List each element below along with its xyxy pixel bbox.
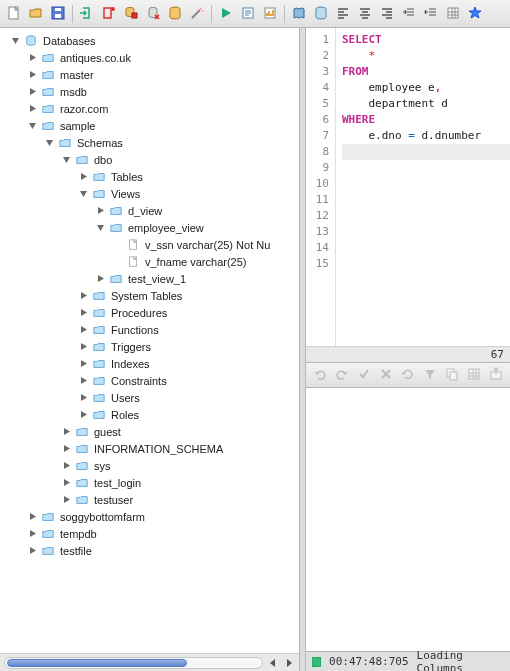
twisty-closed-icon[interactable] — [27, 103, 38, 114]
twisty-closed-icon[interactable] — [61, 426, 72, 437]
tree-item[interactable]: Triggers — [74, 338, 299, 355]
twisty-closed-icon[interactable] — [27, 86, 38, 97]
tree-item[interactable]: Databases — [6, 32, 299, 49]
export-button[interactable] — [486, 365, 506, 385]
twisty-open-icon[interactable] — [27, 120, 38, 131]
copy-button[interactable] — [442, 365, 462, 385]
code-line[interactable] — [342, 224, 510, 240]
refresh-button[interactable] — [398, 365, 418, 385]
tree-item[interactable]: testfile — [23, 542, 299, 559]
twisty-closed-icon[interactable] — [78, 409, 89, 420]
commit-button[interactable] — [354, 365, 374, 385]
redo-button[interactable] — [332, 365, 352, 385]
twisty-closed-icon[interactable] — [27, 52, 38, 63]
indent-button[interactable] — [399, 4, 419, 24]
twisty-closed-icon[interactable] — [78, 392, 89, 403]
code-line[interactable]: department d — [342, 96, 510, 112]
undo-button[interactable] — [310, 365, 330, 385]
twisty-closed-icon[interactable] — [27, 528, 38, 539]
tree-item[interactable]: Schemas — [40, 134, 299, 151]
code-line[interactable]: employee e, — [342, 80, 510, 96]
save-button[interactable] — [48, 4, 68, 24]
tree-horizontal-scrollbar[interactable] — [0, 653, 299, 671]
scroll-left-icon[interactable] — [267, 657, 279, 669]
twisty-open-icon[interactable] — [10, 35, 21, 46]
tree-item[interactable]: msdb — [23, 83, 299, 100]
twisty-open-icon[interactable] — [78, 188, 89, 199]
explain-button[interactable] — [238, 4, 258, 24]
sql-editor[interactable]: 123456789101112131415 SELECT *FROM emplo… — [306, 28, 510, 346]
open-button[interactable] — [26, 4, 46, 24]
tree-item[interactable]: dbo — [57, 151, 299, 168]
twisty-open-icon[interactable] — [61, 154, 72, 165]
tree-item[interactable]: sys — [57, 457, 299, 474]
code-line[interactable] — [342, 144, 510, 160]
conn-in-button[interactable] — [77, 4, 97, 24]
run-button[interactable] — [216, 4, 236, 24]
editor-horizontal-scrollbar[interactable]: 67 — [306, 346, 510, 362]
twisty-closed-icon[interactable] — [78, 307, 89, 318]
grid-button[interactable] — [464, 365, 484, 385]
code-line[interactable] — [342, 176, 510, 192]
code-line[interactable] — [342, 208, 510, 224]
code-line[interactable]: * — [342, 48, 510, 64]
code-line[interactable]: e.dno = d.dnumber — [342, 128, 510, 144]
tree-item[interactable]: Procedures — [74, 304, 299, 321]
twisty-closed-icon[interactable] — [27, 545, 38, 556]
twisty-closed-icon[interactable] — [78, 375, 89, 386]
tree-item[interactable]: Roles — [74, 406, 299, 423]
results-area[interactable] — [306, 388, 510, 651]
code-line[interactable] — [342, 240, 510, 256]
twisty-closed-icon[interactable] — [95, 273, 106, 284]
database-tree[interactable]: Databasesantiques.co.ukmastermsdbrazor.c… — [0, 28, 299, 653]
tree-item[interactable]: test_login — [57, 474, 299, 491]
tree-item[interactable]: v_ssn varchar(25) Not Nu — [108, 236, 299, 253]
tree-item[interactable]: Views — [74, 185, 299, 202]
tree-item[interactable]: Constraints — [74, 372, 299, 389]
outdent-button[interactable] — [421, 4, 441, 24]
tree-item[interactable]: Functions — [74, 321, 299, 338]
twisty-open-icon[interactable] — [95, 222, 106, 233]
star-button[interactable] — [465, 4, 485, 24]
tree-item[interactable]: tempdb — [23, 525, 299, 542]
grid-button[interactable] — [443, 4, 463, 24]
twisty-closed-icon[interactable] — [78, 324, 89, 335]
tree-item[interactable]: razor.com — [23, 100, 299, 117]
conn-out-button[interactable] — [99, 4, 119, 24]
twisty-closed-icon[interactable] — [27, 69, 38, 80]
twisty-closed-icon[interactable] — [78, 171, 89, 182]
tree-item[interactable]: testuser — [57, 491, 299, 508]
tree-item[interactable]: antiques.co.uk — [23, 49, 299, 66]
code-line[interactable] — [342, 160, 510, 176]
tree-item[interactable]: v_fname varchar(25) — [108, 253, 299, 270]
book-button[interactable] — [289, 4, 309, 24]
align-left-button[interactable] — [333, 4, 353, 24]
wand-button[interactable] — [187, 4, 207, 24]
twisty-closed-icon[interactable] — [27, 511, 38, 522]
scrollbar-thumb[interactable] — [7, 659, 187, 667]
tree-item[interactable]: INFORMATION_SCHEMA — [57, 440, 299, 457]
tree-item[interactable]: Indexes — [74, 355, 299, 372]
code-line[interactable]: FROM — [342, 64, 510, 80]
twisty-closed-icon[interactable] — [61, 460, 72, 471]
rollback-button[interactable] — [376, 365, 396, 385]
db-button[interactable] — [165, 4, 185, 24]
db2-button[interactable] — [311, 4, 331, 24]
scrollbar-track[interactable] — [4, 657, 263, 669]
tree-item[interactable]: soggybottomfarm — [23, 508, 299, 525]
twisty-closed-icon[interactable] — [61, 494, 72, 505]
code-line[interactable]: SELECT — [342, 32, 510, 48]
db-del-button[interactable] — [143, 4, 163, 24]
twisty-closed-icon[interactable] — [95, 205, 106, 216]
code-line[interactable] — [342, 256, 510, 272]
tree-item[interactable]: Users — [74, 389, 299, 406]
tree-item[interactable]: System Tables — [74, 287, 299, 304]
analyze-button[interactable] — [260, 4, 280, 24]
code-text-area[interactable]: SELECT *FROM employee e, department dWHE… — [336, 28, 510, 346]
code-line[interactable]: WHERE — [342, 112, 510, 128]
twisty-open-icon[interactable] — [44, 137, 55, 148]
twisty-closed-icon[interactable] — [78, 290, 89, 301]
scroll-right-icon[interactable] — [283, 657, 295, 669]
twisty-closed-icon[interactable] — [61, 443, 72, 454]
new-file-button[interactable] — [4, 4, 24, 24]
